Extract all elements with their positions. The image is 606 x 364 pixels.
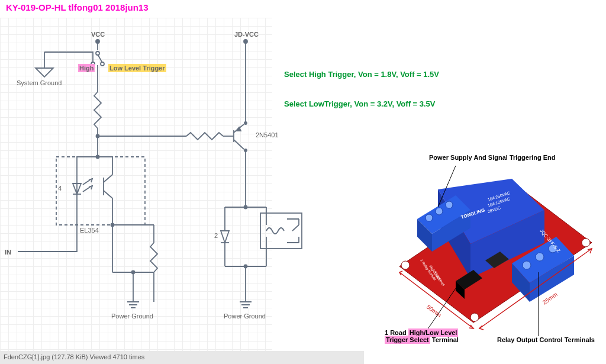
label-system-ground: System Ground: [17, 79, 62, 86]
svg-rect-11: [56, 157, 145, 225]
label-vcc: VCC: [91, 31, 105, 38]
svg-point-8: [244, 206, 247, 209]
label-pin4: 4: [58, 185, 62, 192]
svg-point-18: [582, 239, 590, 247]
label-power-ground-1: Power Ground: [111, 313, 153, 320]
label-low-level-trigger: Low Level Trigger: [108, 64, 166, 72]
svg-point-12: [96, 156, 99, 159]
svg-point-27: [436, 208, 443, 215]
svg-point-4: [96, 135, 99, 138]
svg-point-33: [536, 253, 544, 261]
info-high-trigger: Select High Trigger, Von = 1.8V, Voff = …: [284, 70, 439, 79]
svg-point-26: [426, 214, 433, 221]
photo-footer-left-3: Terminal: [432, 336, 459, 343]
label-power-ground-2: Power Ground: [224, 313, 266, 320]
svg-text:25mm: 25mm: [541, 291, 559, 306]
svg-point-32: [523, 261, 531, 269]
label-opto: EL354: [80, 227, 99, 234]
svg-point-28: [446, 201, 453, 208]
label-transistor: 2N5401: [256, 131, 279, 138]
label-jdvcc: JD-VCC: [234, 31, 259, 38]
svg-point-19: [470, 313, 479, 321]
svg-point-0: [96, 40, 99, 43]
photo-footer-left-2: Trigger Select: [385, 336, 430, 344]
label-pin2: 2: [214, 232, 218, 239]
svg-point-13: [111, 224, 114, 227]
file-info-footer: FdenCZG[1].jpg (127.78 KiB) Viewed 4710 …: [0, 351, 364, 364]
schematic-diagram: VCC JD-VCC System Ground High Low Level …: [0, 18, 331, 352]
svg-text:50mm: 50mm: [426, 304, 443, 318]
page-title: KY-019-OP-HL tlfong01 2018jun13: [6, 2, 149, 12]
label-in: IN: [5, 249, 11, 256]
svg-point-7: [244, 40, 247, 43]
photo-footer-right: Relay Output Control Terminals: [497, 336, 595, 343]
label-high: High: [78, 64, 95, 72]
info-low-trigger: Select LowTrigger, Von = 3.2V, Voff = 3.…: [284, 99, 436, 108]
product-photo: Power Supply And Signal Triggering End: [367, 154, 604, 349]
svg-point-16: [401, 261, 410, 269]
